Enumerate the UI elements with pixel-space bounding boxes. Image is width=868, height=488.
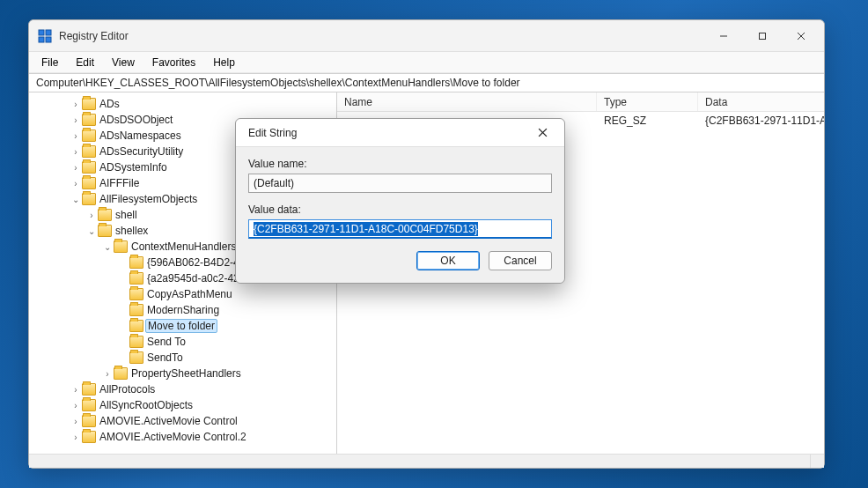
- tree-item[interactable]: AMOVIE.ActiveMovie Control.2: [99, 431, 246, 443]
- menubar: File Edit View Favorites Help: [29, 52, 824, 73]
- chevron-right-icon[interactable]: ›: [70, 433, 82, 442]
- dialog-title: Edit String: [248, 127, 297, 139]
- edit-string-dialog: Edit String Value name: (Default) Value …: [235, 118, 565, 284]
- tree-item[interactable]: PropertySheetHandlers: [131, 367, 241, 380]
- folder-icon: [129, 256, 143, 269]
- address-bar[interactable]: Computer\HKEY_CLASSES_ROOT\AllFilesystem…: [29, 73, 824, 92]
- chevron-right-icon[interactable]: ›: [70, 385, 82, 395]
- value-data-input[interactable]: {C2FBB631-2971-11D1-A18C-00C04FD75D13}: [248, 219, 552, 239]
- value-name-input[interactable]: (Default): [248, 174, 552, 193]
- menu-edit[interactable]: Edit: [69, 54, 101, 71]
- value-name-label: Value name:: [248, 158, 552, 170]
- tree-item[interactable]: ADsSecurityUtility: [99, 145, 183, 158]
- column-name[interactable]: Name: [337, 92, 597, 111]
- svg-rect-0: [39, 30, 44, 35]
- menu-view[interactable]: View: [105, 54, 142, 71]
- folder-icon: [82, 98, 96, 110]
- tree-item[interactable]: AllSyncRootObjects: [99, 399, 193, 411]
- folder-icon: [82, 383, 96, 396]
- minimize-button[interactable]: [704, 23, 743, 49]
- folder-icon: [98, 209, 112, 221]
- menu-help[interactable]: Help: [206, 54, 242, 71]
- chevron-right-icon[interactable]: ›: [70, 115, 82, 125]
- value-data-label: Value data:: [248, 203, 552, 216]
- tree-item[interactable]: ModernSharing: [147, 304, 219, 316]
- chevron-down-icon[interactable]: ⌄: [101, 242, 114, 252]
- titlebar[interactable]: Registry Editor: [29, 20, 824, 52]
- folder-icon: [129, 272, 143, 285]
- chevron-right-icon[interactable]: ›: [70, 417, 82, 426]
- folder-icon: [114, 240, 128, 253]
- tree-item[interactable]: ADs: [99, 98, 120, 110]
- tree-item[interactable]: CopyAsPathMenu: [147, 288, 232, 300]
- folder-icon: [82, 431, 96, 443]
- chevron-right-icon[interactable]: ›: [70, 179, 82, 189]
- ok-button[interactable]: OK: [416, 251, 480, 270]
- tree-item[interactable]: AMOVIE.ActiveMovie Control: [99, 415, 238, 427]
- tree-item[interactable]: AllProtocols: [99, 383, 155, 396]
- tree-item[interactable]: ADsNamespaces: [99, 129, 181, 142]
- folder-icon: [82, 399, 96, 411]
- folder-icon: [114, 367, 128, 380]
- window-title: Registry Editor: [59, 30, 704, 42]
- svg-rect-2: [39, 37, 44, 42]
- chevron-down-icon[interactable]: ⌄: [70, 195, 82, 204]
- app-icon: [38, 29, 52, 43]
- menu-favorites[interactable]: Favorites: [145, 54, 202, 71]
- menu-file[interactable]: File: [34, 54, 65, 71]
- tree-item[interactable]: ContextMenuHandlers: [131, 240, 236, 253]
- chevron-right-icon[interactable]: ›: [85, 211, 98, 220]
- tree-item[interactable]: shellex: [115, 225, 148, 237]
- chevron-right-icon[interactable]: ›: [70, 401, 82, 410]
- folder-icon: [82, 114, 96, 126]
- folder-icon: [129, 288, 143, 300]
- folder-icon: [129, 351, 143, 364]
- tree-item-selected[interactable]: Move to folder: [145, 319, 217, 333]
- cell-type: REG_SZ: [597, 115, 698, 127]
- chevron-down-icon[interactable]: ⌄: [85, 226, 98, 236]
- folder-icon: [82, 415, 96, 427]
- svg-rect-1: [46, 30, 51, 35]
- list-header: Name Type Data: [337, 92, 824, 112]
- folder-icon: [82, 177, 96, 189]
- folder-icon: [82, 145, 96, 158]
- column-type[interactable]: Type: [597, 92, 698, 111]
- svg-rect-3: [46, 37, 51, 42]
- folder-icon: [129, 304, 143, 316]
- folder-icon: [98, 225, 112, 237]
- selected-text: {C2FBB631-2971-11D1-A18C-00C04FD75D13}: [254, 222, 478, 236]
- maximize-button[interactable]: [743, 23, 782, 49]
- horizontal-scrollbar[interactable]: [29, 454, 824, 468]
- cancel-button[interactable]: Cancel: [489, 251, 552, 270]
- folder-icon: [82, 193, 96, 205]
- cell-data: {C2FBB631-2971-11D1-A: [698, 115, 824, 127]
- folder-icon: [129, 320, 143, 332]
- chevron-right-icon[interactable]: ›: [70, 100, 82, 109]
- tree-item[interactable]: AllFilesystemObjects: [99, 193, 197, 205]
- tree-item[interactable]: shell: [115, 209, 137, 221]
- tree-item[interactable]: ADSystemInfo: [99, 161, 167, 174]
- close-button[interactable]: [782, 23, 820, 49]
- tree-item[interactable]: ADsDSOObject: [99, 114, 173, 126]
- tree-item[interactable]: AIFFFile: [99, 177, 139, 189]
- svg-rect-5: [760, 33, 766, 39]
- address-text: Computer\HKEY_CLASSES_ROOT\AllFilesystem…: [36, 77, 520, 89]
- chevron-right-icon[interactable]: ›: [70, 131, 82, 141]
- folder-icon: [82, 129, 96, 142]
- chevron-right-icon[interactable]: ›: [101, 369, 114, 379]
- chevron-right-icon[interactable]: ›: [70, 147, 82, 157]
- column-data[interactable]: Data: [698, 92, 824, 111]
- folder-icon: [82, 161, 96, 174]
- tree-item[interactable]: Send To: [147, 336, 186, 348]
- folder-icon: [129, 336, 143, 348]
- chevron-right-icon[interactable]: ›: [70, 163, 82, 173]
- dialog-close-button[interactable]: [526, 121, 559, 145]
- dialog-titlebar[interactable]: Edit String: [236, 119, 564, 147]
- tree-item[interactable]: SendTo: [147, 351, 183, 364]
